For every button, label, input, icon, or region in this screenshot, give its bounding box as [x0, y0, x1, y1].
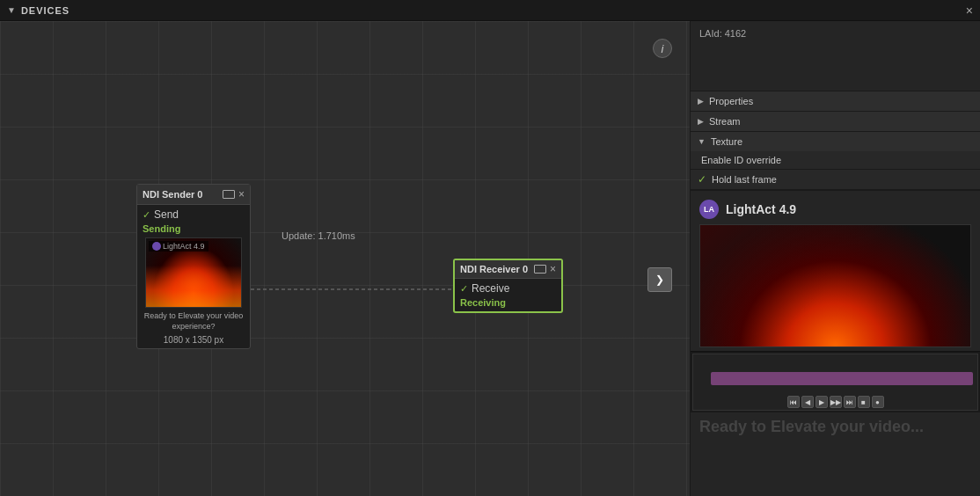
title-arrow: ▼ [7, 5, 16, 15]
timeline-forward-button[interactable]: ▶▶ [830, 396, 842, 408]
ndi-receiver-icons: × [534, 263, 556, 275]
preview-container [699, 224, 971, 347]
ndi-sender-close-icon[interactable]: × [238, 188, 245, 201]
lightact-brand-name: LightAct 4.9 [726, 202, 796, 216]
main-layout: i Update: 1.710ms NDI Sender 0 × ✓ Send … [0, 21, 980, 496]
ndi-sender-icons: × [223, 188, 245, 201]
send-check-icon: ✓ [143, 209, 150, 221]
la-logo-small-icon [152, 242, 161, 251]
update-status: Update: 1.710ms [282, 230, 355, 241]
receiver-monitor-icon[interactable] [534, 265, 546, 274]
ndi-sender-header: NDI Sender 0 × [137, 185, 250, 205]
ndi-sender-body: ✓ Send Sending LightAct 4.9 Ready to Ele… [137, 205, 250, 348]
timeline-strip: ⏮ ◀ ▶ ▶▶ ⏭ ■ ● [691, 351, 980, 412]
timeline-play-button[interactable]: ▶ [815, 396, 828, 408]
timeline-end-button[interactable]: ⏭ [844, 396, 856, 408]
sender-thumbnail: LightAct 4.9 [145, 237, 242, 308]
arrow-navigate-button[interactable]: ❯ [647, 267, 672, 292]
timeline-record-button[interactable]: ● [872, 396, 884, 408]
lightact-brand: LA LightAct 4.9 [691, 191, 980, 224]
receive-checkbox-row: ✓ Receive [460, 282, 556, 295]
timeline-track [711, 372, 973, 385]
timeline-back-start-button[interactable]: ⏮ [787, 396, 800, 408]
stream-section-header[interactable]: ▶ Stream [691, 112, 980, 132]
texture-section-header[interactable]: ▼ Texture [691, 132, 980, 151]
ndi-sender-title: NDI Sender 0 [143, 189, 202, 200]
la-id-label: LAId: 4162 [691, 21, 980, 91]
receive-label: Receive [472, 282, 509, 295]
ndi-sender-card: NDI Sender 0 × ✓ Send Sending LightAct 4… [136, 184, 251, 349]
title-bar: ▼ DEVICES × [0, 0, 980, 21]
timeline-controls: ⏮ ◀ ▶ ▶▶ ⏭ ■ ● [693, 396, 977, 408]
enable-id-override-label: Enable ID override [701, 155, 781, 165]
send-label: Send [154, 208, 179, 221]
preview-fire-image [700, 225, 970, 346]
sending-status: Sending [143, 223, 245, 234]
timeline-inner: ⏮ ◀ ▶ ▶▶ ⏭ ■ ● [692, 354, 978, 411]
properties-label: Properties [709, 96, 753, 106]
send-checkbox-row: ✓ Send [143, 208, 245, 221]
texture-arrow-icon: ▼ [698, 137, 706, 146]
thumbnail-label: LightAct 4.9 [163, 242, 205, 251]
stream-label: Stream [709, 116, 740, 127]
texture-section: ▼ Texture Enable ID override ✓ Hold last… [691, 132, 980, 191]
timeline-back-button[interactable]: ◀ [801, 396, 814, 408]
receive-check-icon: ✓ [460, 283, 468, 295]
ndi-receiver-body: ✓ Receive Receiving [455, 279, 561, 311]
canvas-area[interactable]: i Update: 1.710ms NDI Sender 0 × ✓ Send … [0, 21, 690, 496]
lightact-logo-icon: LA [699, 200, 719, 219]
receiving-status: Receiving [460, 297, 556, 308]
info-button[interactable]: i [653, 39, 672, 58]
thumbnail-overlay: LightAct 4.9 [149, 241, 208, 252]
hold-last-frame-label: Hold last frame [712, 174, 777, 185]
ndi-receiver-card: NDI Receiver 0 × ✓ Receive Receiving [453, 259, 563, 313]
hold-last-frame-row[interactable]: ✓ Hold last frame [691, 170, 980, 190]
sender-promo-text: Ready to Elevate your video experience? [143, 311, 245, 332]
enable-id-override-row[interactable]: Enable ID override [691, 151, 980, 170]
texture-label: Texture [711, 136, 742, 147]
stream-arrow-icon: ▶ [698, 117, 704, 126]
ndi-receiver-close-icon[interactable]: × [550, 263, 556, 275]
ndi-receiver-title: NDI Receiver 0 [460, 264, 528, 274]
timeline-stop-button[interactable]: ■ [858, 396, 870, 408]
bottom-brand-text: Ready to Elevate your video... [691, 412, 980, 441]
properties-arrow-icon: ▶ [698, 97, 704, 106]
sender-dimensions: 1080 x 1350 px [143, 335, 245, 345]
monitor-icon[interactable] [223, 190, 235, 199]
close-button[interactable]: × [966, 4, 973, 17]
window-title: DEVICES [21, 5, 69, 16]
connections-svg [0, 21, 690, 496]
properties-section-header[interactable]: ▶ Properties [691, 91, 980, 112]
ndi-receiver-header: NDI Receiver 0 × [455, 260, 561, 279]
right-panel: LAId: 4162 ▶ Properties ▶ Stream ▼ Textu… [690, 21, 980, 496]
hold-frame-check-icon: ✓ [698, 173, 706, 186]
